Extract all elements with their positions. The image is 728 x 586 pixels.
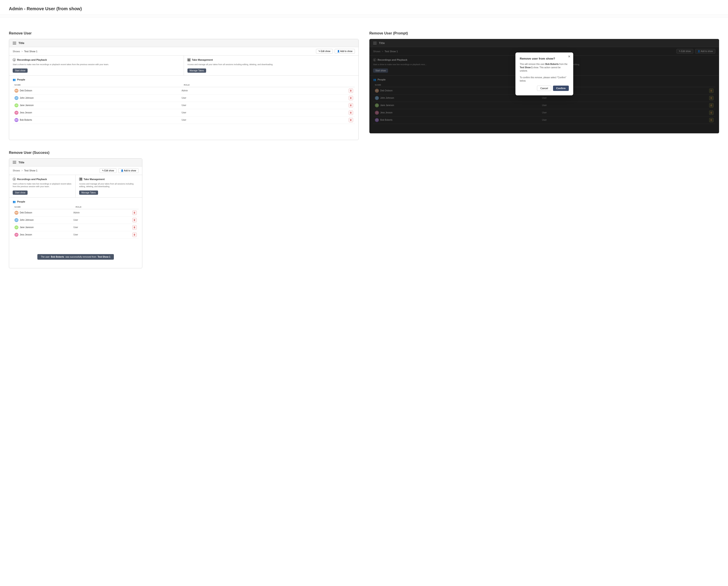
user-role-4: User xyxy=(182,119,347,121)
user-name-2: JJ Jane Janeson xyxy=(15,103,180,107)
breadcrumb-shows: Shows xyxy=(13,50,20,53)
success-avatar-3: JJ xyxy=(15,233,19,237)
manage-takes-button[interactable]: Manage Takes xyxy=(187,69,206,73)
success-app-sections: Recordings and Playback Start a show to … xyxy=(9,175,142,197)
recordings-label: Recordings and Playback xyxy=(17,58,47,61)
grid-icon xyxy=(187,58,190,61)
modal-dialog: ✕ Remove user from show? This will remov… xyxy=(515,52,573,96)
success-delete-user-0-button[interactable]: 🗑 xyxy=(132,211,137,215)
remove-user-success-title: Remove User (Success) xyxy=(9,151,719,155)
avatar-0: DD xyxy=(15,89,19,93)
app-window-title: Title xyxy=(19,41,24,45)
modal-backdrop: ✕ Remove user from show? This will remov… xyxy=(369,39,719,133)
success-breadcrumb-shows: Shows xyxy=(13,169,20,172)
modal-title: Remove user from show? xyxy=(520,57,569,60)
toast-container: The user Bob Boberts was successfully re… xyxy=(13,250,138,265)
user-role-0: Admin xyxy=(182,89,347,92)
success-delete-user-2-button[interactable]: 🗑 xyxy=(132,225,137,230)
avatar-3: JJ xyxy=(15,111,19,115)
success-delete-user-1-button[interactable]: 🗑 xyxy=(132,218,137,222)
success-user-name-0: DD Deb Dobson xyxy=(15,211,72,215)
success-user-role-2: User xyxy=(73,226,131,229)
success-people-icon: 👥 xyxy=(13,200,16,203)
take-management-label: Take Management xyxy=(192,58,213,61)
success-hamburger-icon xyxy=(13,161,16,164)
success-toolbar-buttons: ✎ Edit show 👤 Add to show xyxy=(100,168,138,173)
success-app-toolbar: Shows > Test Show 1 ✎ Edit show 👤 Add to… xyxy=(9,166,142,175)
start-show-button[interactable]: Start show xyxy=(13,69,28,73)
remove-user-section: Remove User Title Shows > Test Show 1 ✎ … xyxy=(9,31,359,140)
table-row: DD Deb Dobson Admin 🗑 xyxy=(13,209,138,216)
user-role-3: User xyxy=(182,111,347,114)
table-row: JJ Jess Jesson User 🗑 xyxy=(13,231,138,239)
page-title: Admin - Remove User (from show) xyxy=(9,6,719,11)
success-user-name-3: JJ Jess Jesson xyxy=(15,233,72,237)
table-header: NAME ROLE xyxy=(13,83,355,87)
main-content: Remove User Title Shows > Test Show 1 ✎ … xyxy=(0,24,728,286)
delete-user-3-button[interactable]: 🗑 xyxy=(349,110,353,115)
play-icon xyxy=(13,58,16,61)
toolbar-buttons: ✎ Edit show 👤 Add to show xyxy=(316,49,355,54)
success-avatar-1: JJ xyxy=(15,218,19,222)
app-header: Title xyxy=(9,39,359,47)
table-row: JJ John Johnson User 🗑 xyxy=(13,216,138,224)
app-toolbar: Shows > Test Show 1 ✎ Edit show 👤 Add to… xyxy=(9,47,359,56)
user-name-0: DD Deb Dobson xyxy=(15,89,180,93)
people-section: 👥 People NAME ROLE DD Deb Dobson xyxy=(9,76,359,140)
success-people-section: 👥 People NAME ROLE DD Deb Dobson Admin 🗑 xyxy=(9,197,142,268)
delete-user-0-button[interactable]: 🗑 xyxy=(349,88,353,93)
table-row: BB Bob Boberts User 🗑 xyxy=(13,116,355,124)
success-play-icon xyxy=(13,178,16,181)
app-sections: Recordings and Playback Start a show to … xyxy=(9,56,359,76)
success-user-role-0: Admin xyxy=(73,211,131,214)
avatar-1: JJ xyxy=(15,96,19,100)
success-add-to-show-button[interactable]: 👤 Add to show xyxy=(118,168,138,173)
success-table-header: NAME ROLE xyxy=(13,205,138,209)
success-breadcrumb-current: Test Show 1 xyxy=(24,169,37,172)
success-recordings-label: Recordings and Playback xyxy=(17,178,47,181)
people-icon: 👥 xyxy=(13,78,16,81)
delete-user-4-button[interactable]: 🗑 xyxy=(349,118,353,122)
success-take-management-desc: Access and manage all your takes from al… xyxy=(79,183,138,188)
cancel-button[interactable]: Cancel xyxy=(537,86,551,91)
recordings-desc: Start a show to make new live recordings… xyxy=(13,63,180,66)
remove-user-prompt-section: Remove User (Prompt) Title Shows > Test … xyxy=(369,31,719,140)
success-app-title: Title xyxy=(19,161,24,164)
success-avatar-2: JJ xyxy=(15,225,19,230)
success-col-role-label: ROLE xyxy=(76,206,135,208)
success-col-name-label: NAME xyxy=(15,206,74,208)
success-user-name-1: JJ John Johnson xyxy=(15,218,72,222)
remove-user-success-section: Remove User (Success) Title Shows > Test… xyxy=(9,151,719,268)
col-name-label: NAME xyxy=(15,84,182,86)
remove-user-success-window: Title Shows > Test Show 1 ✎ Edit show 👤 … xyxy=(9,158,142,268)
success-manage-takes-button[interactable]: Manage Takes xyxy=(79,190,98,195)
remove-user-prompt-window: Title Shows > Test Show 1 ✎ Edit show 👤 … xyxy=(369,39,719,133)
people-label: People xyxy=(17,78,25,81)
success-toast: The user Bob Boberts was successfully re… xyxy=(37,254,114,260)
success-recordings-header: Recordings and Playback xyxy=(13,178,72,181)
success-recordings-desc: Start a show to make new live recordings… xyxy=(13,183,72,188)
success-grid-icon xyxy=(79,178,82,181)
success-edit-show-button[interactable]: ✎ Edit show xyxy=(100,168,116,173)
success-delete-user-3-button[interactable]: 🗑 xyxy=(132,233,137,237)
confirm-button[interactable]: Confirm xyxy=(553,86,569,91)
modal-close-button[interactable]: ✕ xyxy=(568,55,571,58)
user-role-2: User xyxy=(182,104,347,106)
avatar-2: JJ xyxy=(15,103,19,107)
table-row: DD Deb Dobson Admin 🗑 xyxy=(13,87,355,95)
take-management-header: Take Management xyxy=(187,58,355,61)
breadcrumb-sep: > xyxy=(21,50,23,53)
modal-body: This will remove this user Bob Boberts f… xyxy=(520,62,569,82)
col-role-label: ROLE xyxy=(184,84,352,86)
delete-user-2-button[interactable]: 🗑 xyxy=(349,103,353,108)
user-name-1: JJ John Johnson xyxy=(15,96,180,100)
recordings-section: Recordings and Playback Start a show to … xyxy=(9,56,184,75)
add-to-show-button[interactable]: 👤 Add to show xyxy=(335,49,355,54)
success-recordings-section: Recordings and Playback Start a show to … xyxy=(9,175,76,197)
success-take-management-header: Take Management xyxy=(79,178,138,181)
delete-user-1-button[interactable]: 🗑 xyxy=(349,96,353,100)
edit-show-button[interactable]: ✎ Edit show xyxy=(316,49,333,54)
success-breadcrumb-sep: > xyxy=(21,169,23,172)
success-start-show-button[interactable]: Start show xyxy=(13,190,28,195)
user-name-4: BB Bob Boberts xyxy=(15,118,180,122)
